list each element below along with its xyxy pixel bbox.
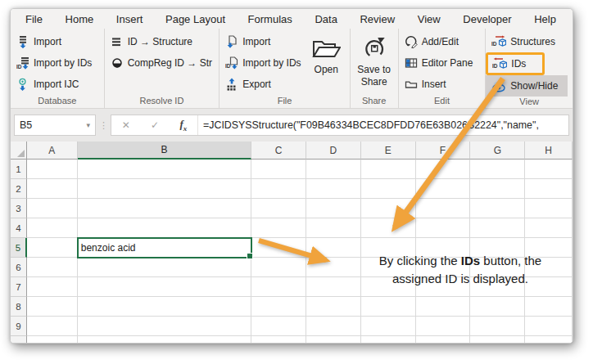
cell-D1[interactable] [306, 160, 361, 179]
cell-B8[interactable] [78, 297, 251, 317]
cell-A3[interactable] [27, 199, 78, 218]
cell-G2[interactable] [470, 179, 525, 199]
database-import-button[interactable]: Import [11, 31, 95, 52]
database-import-by-ids-button[interactable]: ID Import by IDs [11, 52, 95, 74]
cell-B2[interactable] [78, 179, 251, 199]
export-button[interactable]: Export [220, 74, 305, 95]
cell-A6[interactable] [27, 258, 78, 277]
menu-tab-developer[interactable]: Developer [463, 13, 511, 25]
show-hide-button[interactable]: Show/Hide [486, 75, 568, 97]
cell-B1[interactable] [78, 160, 251, 179]
menu-tab-file[interactable]: File [25, 13, 43, 25]
row-header-1[interactable]: 1 [11, 160, 27, 179]
name-box-dropdown-icon[interactable]: ▾ [86, 121, 90, 129]
cell-B4[interactable] [78, 218, 251, 238]
cell-A4[interactable] [27, 218, 78, 238]
cell-C3[interactable] [251, 199, 306, 218]
cell-G8[interactable] [470, 297, 525, 317]
insert-function-icon[interactable]: fx [179, 118, 187, 133]
menu-tab-data[interactable]: Data [315, 13, 337, 25]
cell-C7[interactable] [251, 277, 306, 297]
id-to-structure-button[interactable]: ID → Structure [105, 31, 215, 52]
row-header-3[interactable]: 3 [11, 199, 27, 218]
select-all-corner[interactable] [11, 142, 27, 160]
cell-G9[interactable] [470, 317, 525, 336]
add-edit-button[interactable]: Add/Edit [399, 31, 477, 52]
row-header-5[interactable]: 5 [11, 238, 27, 258]
cell-A2[interactable] [27, 179, 78, 199]
cell-B5[interactable]: benzoic acid [78, 238, 251, 258]
cell-B9[interactable] [78, 317, 251, 336]
cell-H9[interactable] [525, 317, 573, 336]
menu-tab-page-layout[interactable]: Page Layout [165, 13, 225, 25]
cell-F8[interactable] [416, 297, 471, 317]
cell-A1[interactable] [27, 160, 78, 179]
save-to-share-button[interactable]: Save to Share [351, 31, 397, 96]
cell-F1[interactable] [416, 160, 471, 179]
cell-E4[interactable] [361, 218, 416, 238]
row-header-4[interactable]: 4 [11, 218, 27, 238]
menu-tab-review[interactable]: Review [360, 13, 395, 25]
cell-D2[interactable] [306, 179, 361, 199]
cell-C2[interactable] [251, 179, 306, 199]
cell-G10[interactable] [470, 336, 525, 344]
cell-A5[interactable] [27, 238, 78, 258]
cell-H3[interactable] [525, 199, 573, 218]
cell-D4[interactable] [306, 218, 361, 238]
cell-D3[interactable] [306, 199, 361, 218]
menu-tab-view[interactable]: View [418, 13, 441, 25]
file-import-button[interactable]: Import [220, 31, 305, 52]
cell-C8[interactable] [251, 297, 306, 317]
cell-C6[interactable] [251, 258, 306, 277]
cell-H4[interactable] [525, 218, 573, 238]
column-header-E[interactable]: E [361, 142, 416, 160]
column-header-G[interactable]: G [470, 142, 525, 160]
cell-D9[interactable] [306, 317, 361, 336]
cell-H2[interactable] [525, 179, 573, 199]
menu-tab-formulas[interactable]: Formulas [248, 13, 292, 25]
cell-B7[interactable] [78, 277, 251, 297]
cell-A10[interactable] [27, 336, 78, 344]
cell-E9[interactable] [361, 317, 416, 336]
column-header-C[interactable]: C [251, 142, 306, 160]
cell-D8[interactable] [306, 297, 361, 317]
column-header-F[interactable]: F [416, 142, 471, 160]
column-header-H[interactable]: H [525, 142, 573, 160]
row-header-9[interactable]: 9 [11, 317, 27, 336]
cell-E8[interactable] [361, 297, 416, 317]
cell-A8[interactable] [27, 297, 78, 317]
menu-tab-insert[interactable]: Insert [116, 13, 143, 25]
name-box[interactable]: B5 ▾ [14, 115, 96, 136]
row-header-7[interactable]: 7 [11, 277, 27, 297]
cell-F9[interactable] [416, 317, 471, 336]
cell-C10[interactable] [251, 336, 306, 344]
cell-H1[interactable] [525, 160, 573, 179]
cell-B10[interactable] [78, 336, 251, 344]
editor-pane-button[interactable]: Editor Pane [399, 52, 477, 74]
column-header-B[interactable]: B [78, 142, 251, 160]
menu-tab-home[interactable]: Home [66, 13, 94, 25]
row-header-8[interactable]: 8 [11, 297, 27, 317]
formula-input[interactable]: =JCIDSYSStructure("F09B46334BCEC8DFDD76E… [198, 115, 568, 135]
cell-H8[interactable] [525, 297, 573, 317]
cell-G4[interactable] [470, 218, 525, 238]
cell-E2[interactable] [361, 179, 416, 199]
row-header-6[interactable]: 6 [11, 258, 27, 277]
column-header-D[interactable]: D [306, 142, 361, 160]
cell-C9[interactable] [251, 317, 306, 336]
insert-button[interactable]: Insert [399, 74, 477, 95]
row-header-2[interactable]: 2 [11, 179, 27, 199]
cell-F2[interactable] [416, 179, 471, 199]
ids-button[interactable]: ID IDs [486, 52, 545, 75]
cell-E3[interactable] [361, 199, 416, 218]
cell-B3[interactable] [78, 199, 251, 218]
enter-formula-icon[interactable]: ✓ [151, 119, 159, 131]
cell-B6[interactable] [78, 258, 251, 277]
cell-A7[interactable] [27, 277, 78, 297]
cell-G3[interactable] [470, 199, 525, 218]
compreg-id-to-str-button[interactable]: CompReg ID → Str [105, 52, 215, 74]
cell-A9[interactable] [27, 317, 78, 336]
cell-H10[interactable] [525, 336, 573, 344]
cell-C1[interactable] [251, 160, 306, 179]
cell-D10[interactable] [306, 336, 361, 344]
